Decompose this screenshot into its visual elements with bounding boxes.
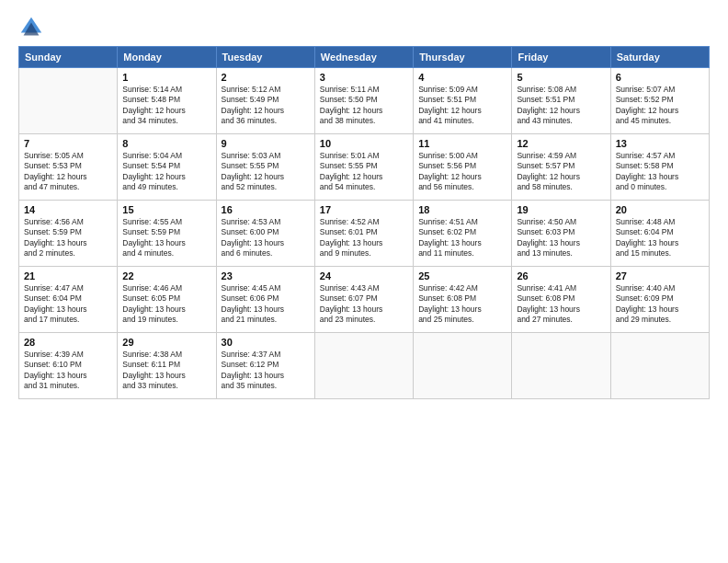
day-number: 20 [616, 204, 704, 215]
calendar-cell: 3Sunrise: 5:11 AM Sunset: 5:50 PM Daylig… [314, 68, 413, 134]
day-number: 5 [517, 72, 605, 83]
day-info: Sunrise: 4:42 AM Sunset: 6:08 PM Dayligh… [418, 283, 506, 326]
calendar-cell: 2Sunrise: 5:12 AM Sunset: 5:49 PM Daylig… [216, 68, 314, 134]
day-info: Sunrise: 4:55 AM Sunset: 5:59 PM Dayligh… [122, 217, 210, 259]
day-number: 22 [122, 270, 210, 282]
day-info: Sunrise: 4:48 AM Sunset: 6:04 PM Dayligh… [616, 217, 704, 259]
day-number: 9 [222, 138, 310, 149]
day-info: Sunrise: 4:47 AM Sunset: 6:04 PM Dayligh… [24, 283, 112, 326]
calendar-cell: 11Sunrise: 5:00 AM Sunset: 5:56 PM Dayli… [414, 134, 512, 201]
day-number: 7 [24, 138, 112, 149]
calendar-cell: 30Sunrise: 4:37 AM Sunset: 6:12 PM Dayli… [216, 333, 314, 399]
calendar-week-3: 14Sunrise: 4:56 AM Sunset: 5:59 PM Dayli… [19, 201, 710, 267]
day-info: Sunrise: 5:05 AM Sunset: 5:53 PM Dayligh… [24, 151, 112, 193]
calendar-body: 1Sunrise: 5:14 AM Sunset: 5:48 PM Daylig… [19, 68, 710, 399]
calendar-cell [414, 333, 512, 399]
day-info: Sunrise: 4:39 AM Sunset: 6:10 PM Dayligh… [24, 350, 112, 392]
day-info: Sunrise: 4:59 AM Sunset: 5:57 PM Dayligh… [517, 151, 605, 193]
day-number: 10 [320, 138, 408, 149]
day-number: 3 [320, 72, 408, 83]
day-number: 26 [517, 270, 605, 282]
calendar-cell: 17Sunrise: 4:52 AM Sunset: 6:01 PM Dayli… [314, 201, 413, 267]
day-number: 4 [418, 72, 506, 83]
calendar-cell: 12Sunrise: 4:59 AM Sunset: 5:57 PM Dayli… [512, 134, 610, 201]
calendar-cell [19, 68, 118, 134]
calendar-cell: 27Sunrise: 4:40 AM Sunset: 6:09 PM Dayli… [610, 267, 709, 333]
day-number: 27 [616, 270, 704, 282]
day-number: 6 [616, 72, 704, 83]
calendar-header: SundayMondayTuesdayWednesdayThursdayFrid… [19, 47, 710, 68]
day-info: Sunrise: 4:41 AM Sunset: 6:08 PM Dayligh… [517, 283, 605, 326]
weekday-header-sunday: Sunday [19, 47, 118, 68]
calendar-cell: 14Sunrise: 4:56 AM Sunset: 5:59 PM Dayli… [19, 201, 118, 267]
day-info: Sunrise: 4:52 AM Sunset: 6:01 PM Dayligh… [320, 217, 408, 259]
calendar-cell: 25Sunrise: 4:42 AM Sunset: 6:08 PM Dayli… [414, 267, 512, 333]
weekday-header-row: SundayMondayTuesdayWednesdayThursdayFrid… [19, 47, 710, 68]
logo-icon [18, 15, 44, 40]
day-info: Sunrise: 4:37 AM Sunset: 6:12 PM Dayligh… [222, 350, 310, 392]
day-info: Sunrise: 4:46 AM Sunset: 6:05 PM Dayligh… [122, 283, 210, 326]
calendar-cell: 7Sunrise: 5:05 AM Sunset: 5:53 PM Daylig… [19, 134, 118, 201]
calendar-cell: 22Sunrise: 4:46 AM Sunset: 6:05 PM Dayli… [118, 267, 216, 333]
day-info: Sunrise: 5:09 AM Sunset: 5:51 PM Dayligh… [418, 85, 506, 127]
day-number: 30 [222, 337, 310, 348]
day-info: Sunrise: 4:38 AM Sunset: 6:11 PM Dayligh… [122, 350, 210, 392]
day-number: 2 [222, 72, 310, 83]
calendar-cell: 13Sunrise: 4:57 AM Sunset: 5:58 PM Dayli… [610, 134, 709, 201]
day-info: Sunrise: 4:53 AM Sunset: 6:00 PM Dayligh… [222, 217, 310, 259]
calendar-cell: 4Sunrise: 5:09 AM Sunset: 5:51 PM Daylig… [414, 68, 512, 134]
day-number: 18 [418, 204, 506, 215]
calendar-week-2: 7Sunrise: 5:05 AM Sunset: 5:53 PM Daylig… [19, 134, 710, 201]
calendar-cell: 6Sunrise: 5:07 AM Sunset: 5:52 PM Daylig… [610, 68, 709, 134]
calendar-cell: 10Sunrise: 5:01 AM Sunset: 5:55 PM Dayli… [314, 134, 413, 201]
day-info: Sunrise: 5:00 AM Sunset: 5:56 PM Dayligh… [418, 151, 506, 193]
calendar-cell: 21Sunrise: 4:47 AM Sunset: 6:04 PM Dayli… [19, 267, 118, 333]
calendar-cell: 24Sunrise: 4:43 AM Sunset: 6:07 PM Dayli… [314, 267, 413, 333]
day-number: 24 [320, 270, 408, 282]
calendar-cell: 19Sunrise: 4:50 AM Sunset: 6:03 PM Dayli… [512, 201, 610, 267]
calendar-cell: 29Sunrise: 4:38 AM Sunset: 6:11 PM Dayli… [118, 333, 216, 399]
calendar-cell: 16Sunrise: 4:53 AM Sunset: 6:00 PM Dayli… [216, 201, 314, 267]
calendar-week-4: 21Sunrise: 4:47 AM Sunset: 6:04 PM Dayli… [19, 267, 710, 333]
day-number: 25 [418, 270, 506, 282]
day-info: Sunrise: 5:14 AM Sunset: 5:48 PM Dayligh… [122, 85, 210, 127]
day-info: Sunrise: 4:43 AM Sunset: 6:07 PM Dayligh… [320, 283, 408, 326]
day-number: 16 [222, 204, 310, 215]
day-info: Sunrise: 5:08 AM Sunset: 5:51 PM Dayligh… [517, 85, 605, 127]
day-info: Sunrise: 4:50 AM Sunset: 6:03 PM Dayligh… [517, 217, 605, 259]
calendar-cell [512, 333, 610, 399]
calendar-cell: 26Sunrise: 4:41 AM Sunset: 6:08 PM Dayli… [512, 267, 610, 333]
logo [18, 15, 46, 40]
calendar-week-1: 1Sunrise: 5:14 AM Sunset: 5:48 PM Daylig… [19, 68, 710, 134]
day-info: Sunrise: 5:12 AM Sunset: 5:49 PM Dayligh… [222, 85, 310, 127]
day-number: 28 [24, 337, 112, 348]
day-info: Sunrise: 4:57 AM Sunset: 5:58 PM Dayligh… [616, 151, 704, 193]
weekday-header-monday: Monday [118, 47, 216, 68]
calendar-cell [610, 333, 709, 399]
calendar-cell: 9Sunrise: 5:03 AM Sunset: 5:55 PM Daylig… [216, 134, 314, 201]
day-number: 23 [222, 270, 310, 282]
day-number: 15 [122, 204, 210, 215]
calendar-cell: 23Sunrise: 4:45 AM Sunset: 6:06 PM Dayli… [216, 267, 314, 333]
day-info: Sunrise: 5:11 AM Sunset: 5:50 PM Dayligh… [320, 85, 408, 127]
calendar-cell: 15Sunrise: 4:55 AM Sunset: 5:59 PM Dayli… [118, 201, 216, 267]
day-info: Sunrise: 5:03 AM Sunset: 5:55 PM Dayligh… [222, 151, 310, 193]
calendar-cell [314, 333, 413, 399]
day-info: Sunrise: 4:51 AM Sunset: 6:02 PM Dayligh… [418, 217, 506, 259]
page: SundayMondayTuesdayWednesdayThursdayFrid… [0, 0, 728, 563]
calendar-cell: 18Sunrise: 4:51 AM Sunset: 6:02 PM Dayli… [414, 201, 512, 267]
day-number: 14 [24, 204, 112, 215]
calendar-cell: 20Sunrise: 4:48 AM Sunset: 6:04 PM Dayli… [610, 201, 709, 267]
calendar-cell: 5Sunrise: 5:08 AM Sunset: 5:51 PM Daylig… [512, 68, 610, 134]
weekday-header-thursday: Thursday [414, 47, 512, 68]
calendar-cell: 1Sunrise: 5:14 AM Sunset: 5:48 PM Daylig… [118, 68, 216, 134]
day-info: Sunrise: 5:01 AM Sunset: 5:55 PM Dayligh… [320, 151, 408, 193]
day-info: Sunrise: 4:45 AM Sunset: 6:06 PM Dayligh… [222, 283, 310, 326]
day-info: Sunrise: 5:07 AM Sunset: 5:52 PM Dayligh… [616, 85, 704, 127]
day-info: Sunrise: 4:56 AM Sunset: 5:59 PM Dayligh… [24, 217, 112, 259]
weekday-header-tuesday: Tuesday [216, 47, 314, 68]
day-number: 21 [24, 270, 112, 282]
day-number: 19 [517, 204, 605, 215]
day-number: 11 [418, 138, 506, 149]
day-number: 17 [320, 204, 408, 215]
